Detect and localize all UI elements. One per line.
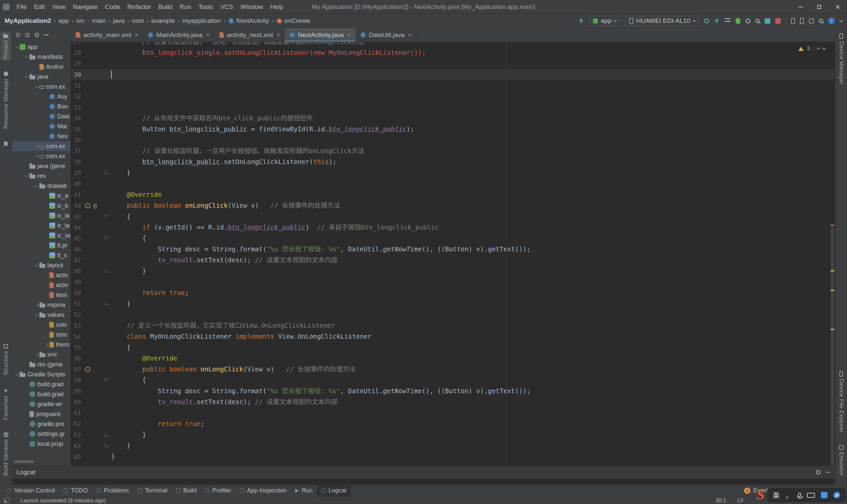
tree-item-tt-s-21[interactable]: tt_s: [12, 250, 70, 260]
tree-item-build-grad-34[interactable]: build.grad: [12, 379, 70, 389]
code-line-50[interactable]: 50 return true;: [71, 287, 835, 298]
menu-navigate[interactable]: Navigate: [69, 0, 101, 14]
code-text[interactable]: tv_result.setText(desc); // 设置文本视图的文本内容: [111, 397, 337, 408]
previous-issue-chevron-icon[interactable]: [816, 47, 820, 51]
settings-gear-icon[interactable]: [816, 470, 820, 474]
apply-code-changes-icon[interactable]: [714, 18, 720, 24]
line-number[interactable]: 39: [71, 167, 81, 178]
breadcrumb-nextactivity[interactable]: CNextActivity: [228, 17, 269, 24]
line-number[interactable]: 44: [71, 222, 81, 233]
tree-item-build-grad-35[interactable]: build.grad: [12, 389, 70, 399]
code-text[interactable]: // 定义一个长按监听器，它实现了接口View.OnLongClickListe…: [111, 320, 335, 331]
line-separator[interactable]: LF: [738, 498, 744, 504]
line-number[interactable]: 58: [71, 375, 81, 385]
toolbar-overflow-icon[interactable]: [839, 19, 843, 22]
minimize-panel-icon[interactable]: [826, 472, 830, 472]
menu-tools[interactable]: Tools: [195, 0, 217, 14]
tab-close-icon[interactable]: ×: [207, 32, 210, 38]
breadcrumb-myapplication2[interactable]: MyApplication2: [5, 17, 51, 24]
line-number[interactable]: 51: [71, 298, 81, 309]
code-text[interactable]: {: [111, 342, 131, 353]
line-number[interactable]: 63: [71, 429, 81, 440]
tree-item-com-ex-11[interactable]: com.ex: [12, 151, 70, 161]
tree-item-ic-la-17[interactable]: ic_la: [12, 211, 70, 220]
tree-item-ic-b-16[interactable]: ic_b: [12, 201, 70, 211]
tree-item-mipma-26[interactable]: mipma: [12, 300, 70, 310]
code-text[interactable]: Button btn_longclick_public = findViewBy…: [111, 124, 414, 134]
tree-item-settings-gr-39[interactable]: settings.gr: [12, 429, 70, 439]
line-number[interactable]: 35: [71, 124, 81, 134]
line-number[interactable]: 53: [71, 320, 81, 331]
line-number[interactable]: 42: [71, 200, 81, 211]
code-area[interactable]: 27 // 设置长按监听器，一旦用户长按按钮，就触发监听器的onLongClic…: [71, 42, 835, 462]
code-line-40[interactable]: 40: [71, 178, 835, 189]
tree-item-item-25[interactable]: item: [12, 290, 70, 300]
tree-item-proguard-37[interactable]: proguard-: [12, 409, 70, 419]
code-line-30[interactable]: 30: [71, 69, 835, 80]
menu-window[interactable]: Window: [237, 0, 267, 14]
chevron-down-icon[interactable]: [15, 45, 19, 48]
menu-help[interactable]: Help: [267, 0, 287, 14]
chevron-down-icon[interactable]: [25, 174, 29, 177]
debug-icon[interactable]: [736, 18, 740, 24]
apply-changes-icon[interactable]: [704, 19, 709, 23]
code-line-58[interactable]: 58 {: [71, 375, 835, 385]
tool-button-logcat[interactable]: Logcat: [317, 485, 351, 497]
line-number[interactable]: 30: [71, 69, 81, 80]
tree-item-androi-2[interactable]: Androi: [12, 62, 70, 72]
sogou-logo-icon[interactable]: S: [757, 487, 765, 503]
code-line-49[interactable]: 49: [71, 276, 835, 287]
ime-punctuation-icon[interactable]: ，: [786, 490, 792, 500]
running-devices-icon[interactable]: [791, 18, 795, 24]
profiler-icon[interactable]: [745, 19, 751, 23]
tree-item-java-3[interactable]: java: [12, 72, 70, 82]
hide-panel-icon[interactable]: [44, 34, 49, 35]
chevron-down-icon[interactable]: [35, 263, 38, 267]
tree-item-com-ex-4[interactable]: com.ex: [12, 82, 70, 92]
code-line-42[interactable]: 42↑@ public boolean onLongClick(View v) …: [71, 200, 835, 211]
sdk-manager-icon[interactable]: [809, 19, 814, 23]
breadcrumb-main[interactable]: main: [92, 17, 106, 24]
stripe-button-emulator[interactable]: Emulator: [838, 443, 845, 478]
fold-marker-icon[interactable]: [105, 444, 108, 447]
line-number[interactable]: 41: [71, 189, 81, 200]
chevron-down-icon[interactable]: [35, 85, 38, 88]
tree-item-app-0[interactable]: app: [12, 42, 70, 52]
notifications-icon[interactable]: ↑: [828, 18, 835, 24]
ime-language-indicator[interactable]: 英: [773, 490, 779, 500]
chevron-down-icon[interactable]: [35, 184, 38, 187]
caret-position[interactable]: 30:1: [716, 498, 726, 504]
code-line-63[interactable]: 63 }: [71, 429, 835, 440]
line-number[interactable]: 37: [71, 145, 81, 157]
close-button[interactable]: [828, 0, 847, 14]
stop-icon[interactable]: [775, 18, 781, 24]
fold-marker-icon[interactable]: [105, 171, 108, 174]
editor-scrollbar[interactable]: [830, 42, 835, 466]
tool-button-run[interactable]: Run: [291, 485, 317, 497]
line-number[interactable]: 40: [71, 178, 81, 189]
tree-item-com-ex-10[interactable]: com.ex: [12, 141, 70, 151]
stripe-button-build-variants[interactable]: Build Variants: [3, 431, 9, 478]
code-line-32[interactable]: 32: [71, 91, 835, 102]
breadcrumb-app[interactable]: app: [58, 17, 69, 24]
breadcrumb-example[interactable]: example: [151, 17, 175, 24]
tree-item-local-prop-40[interactable]: local.prop: [12, 439, 70, 449]
menu-run[interactable]: Run: [176, 0, 195, 14]
code-text[interactable]: btn_longclick_public.setOnLongClickListe…: [111, 157, 336, 167]
scrollbar-thumb[interactable]: [831, 227, 834, 466]
tool-button-profiler[interactable]: Profiler: [201, 485, 235, 497]
chevron-down-icon[interactable]: [25, 75, 29, 78]
fold-marker-icon[interactable]: [105, 236, 108, 240]
stripe-button-resource-manager[interactable]: Resource Manager: [3, 69, 9, 131]
fold-marker-icon[interactable]: [105, 433, 108, 436]
code-line-61[interactable]: 61: [71, 408, 835, 418]
tree-item-gradle-pro-38[interactable]: gradle.pro: [12, 419, 70, 429]
breadcrumb-myapplication[interactable]: myapplication: [183, 17, 221, 24]
menu-refactor[interactable]: Refactor: [124, 0, 155, 14]
code-text[interactable]: {: [111, 233, 146, 244]
chevron-right-icon[interactable]: [35, 155, 38, 158]
tree-item-ic-a-15[interactable]: ic_a: [12, 191, 70, 201]
line-number[interactable]: 43: [71, 211, 81, 222]
tree-item-ic-la-18[interactable]: ic_la: [12, 220, 70, 231]
tab-close-icon[interactable]: ×: [135, 32, 138, 38]
